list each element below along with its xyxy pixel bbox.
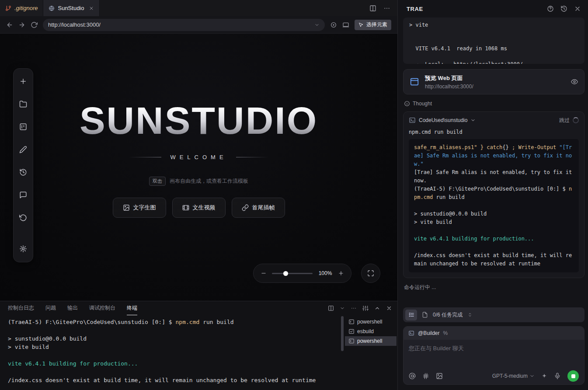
hero-section: SUNSTUDIO WELCOME 双击 画布自由生成，或查看工作流模板 文字生…	[0, 101, 397, 218]
more-icon[interactable]	[383, 5, 390, 12]
expand-tasks-icon[interactable]	[467, 312, 473, 317]
zoom-slider[interactable]	[272, 273, 313, 274]
close-panel-icon[interactable]	[386, 305, 392, 311]
frame-interpolation-button[interactable]: 首尾插帧	[232, 198, 285, 218]
session-esbuild[interactable]: esbuild	[345, 327, 397, 336]
split-terminal-icon[interactable]	[328, 305, 334, 311]
double-click-badge: 双击	[149, 177, 166, 186]
editor-tabbar: .gitignore SunStudio	[0, 0, 397, 16]
session-powershell-1[interactable]: powershell	[345, 317, 397, 327]
add-icon[interactable]	[17, 75, 29, 87]
preview-web-card[interactable]: 预览 Web 页面 http://localhost:3000/	[403, 69, 585, 94]
panel-title: TRAE	[407, 6, 423, 12]
mic-icon[interactable]	[554, 373, 561, 380]
loading-spinner	[573, 117, 579, 123]
text-to-image-button[interactable]: 文字生图	[113, 198, 166, 218]
command-status-text: 命令运行中 ...	[404, 284, 585, 291]
tab-gitignore[interactable]: .gitignore	[0, 0, 43, 16]
run-target: CodeUsed\sunstudio	[419, 117, 467, 123]
url-bar[interactable]: http://localhost:3000/	[43, 19, 325, 31]
message-input[interactable]: 您正在与 Builder 聊天	[404, 340, 584, 368]
skip-button[interactable]: 跳过	[559, 117, 570, 124]
composer-footer: GPT-5-medium	[404, 368, 584, 384]
terminal-scrollbar[interactable]	[340, 315, 345, 390]
welcome-row: WELCOME	[0, 154, 397, 160]
image-icon	[123, 204, 130, 211]
terminal-icon	[409, 117, 416, 124]
gear-icon[interactable]	[17, 243, 29, 255]
zoom-slider-thumb[interactable]	[283, 271, 288, 276]
select-element-label: 选择元素	[366, 21, 387, 28]
tabbar-actions	[362, 0, 397, 16]
maximize-panel-icon[interactable]	[374, 305, 380, 311]
eye-icon[interactable]	[571, 78, 578, 85]
terminal-output[interactable]: (TraeAI-5) F:\GiteePro\CodeUsed\sunstudi…	[0, 315, 340, 390]
split-editor-icon[interactable]	[369, 5, 376, 12]
inspect-icon[interactable]	[330, 21, 337, 28]
fullscreen-button[interactable]	[361, 264, 380, 283]
hint-text: 画布自由生成，或查看工作流模板	[170, 178, 248, 185]
chevron-down-icon[interactable]	[314, 22, 320, 28]
mention-icon[interactable]	[409, 373, 416, 380]
terminal-icon	[408, 330, 414, 336]
hash-icon[interactable]	[422, 373, 429, 380]
url-text: http://localhost:3000/	[48, 21, 101, 28]
trae-header-actions	[547, 5, 581, 12]
task-list-icon[interactable]	[405, 310, 417, 320]
web-preview-canvas[interactable]: SUNSTUDIO WELCOME 双击 画布自由生成，或查看工作流模板 文字生…	[0, 34, 397, 301]
button-label: 文字生图	[133, 204, 156, 212]
git-branch-icon	[5, 5, 11, 11]
zoom-in-icon[interactable]	[338, 270, 344, 276]
chat-scroll-area[interactable]: > vite VITE v6.4.1 ready in 1068 ms → Lo…	[398, 17, 588, 304]
forward-icon[interactable]	[18, 21, 25, 28]
task-check-icon	[348, 328, 355, 334]
run-output[interactable]: safe_rm_aliases.ps1" } catch{} ; Write-O…	[409, 139, 579, 272]
session-powershell-2[interactable]: powershell	[345, 336, 397, 346]
terminal-output-card: > vite VITE v6.4.1 ready in 1068 ms → Lo…	[403, 17, 585, 64]
app-window: .gitignore SunStudio	[0, 0, 588, 390]
sparkle-icon[interactable]	[541, 373, 547, 379]
chevron-down-icon[interactable]	[470, 118, 476, 123]
tab-terminal[interactable]: 终端	[127, 301, 137, 315]
zoom-control: 100%	[253, 264, 351, 283]
chat-history-icon[interactable]	[560, 5, 567, 12]
task-progress-label: 0/6 任务完成	[433, 311, 463, 319]
terminal-config-icon[interactable]	[362, 305, 369, 311]
device-icon[interactable]	[342, 21, 349, 28]
image-attach-icon[interactable]	[436, 373, 443, 380]
tab-console-log[interactable]: 控制台日志	[8, 301, 34, 315]
more-icon[interactable]	[351, 305, 357, 311]
tab-sunstudio[interactable]: SunStudio	[43, 0, 100, 16]
browser-icon	[410, 77, 419, 87]
text-to-video-button[interactable]: 文生视频	[172, 198, 226, 218]
back-icon[interactable]	[6, 21, 13, 28]
bottom-panel: 控制台日志 问题 输出 调试控制台 终端 (TraeAI-5) F:\Gitee…	[0, 301, 397, 390]
decorative-line	[236, 157, 268, 157]
command-run-card: CodeUsed\sunstudio 跳过 npm.cmd run build …	[403, 111, 585, 278]
help-icon[interactable]	[547, 5, 554, 12]
browser-toolbar: http://localhost:3000/ 选择元素	[0, 16, 397, 34]
refresh-icon[interactable]	[31, 21, 38, 28]
chevron-down-icon[interactable]	[340, 306, 345, 311]
thought-row[interactable]: Thought	[404, 101, 585, 107]
file-icon[interactable]	[422, 312, 428, 318]
preview-card-title: 预览 Web 页面	[425, 74, 473, 82]
hero-title: SUNSTUDIO	[0, 101, 397, 140]
cursor-icon	[358, 22, 364, 28]
task-progress-bar[interactable]: 0/6 任务完成	[403, 307, 585, 322]
scrollbar-thumb[interactable]	[341, 316, 344, 351]
session-label: esbuild	[357, 328, 374, 334]
close-tab-icon[interactable]	[89, 6, 94, 11]
agent-chip-row: @Builder %	[404, 327, 584, 340]
model-selector[interactable]: GPT-5-medium	[492, 373, 535, 379]
agent-chip[interactable]: @Builder	[418, 330, 440, 336]
stop-button[interactable]	[567, 370, 579, 382]
close-panel-icon[interactable]	[574, 5, 581, 12]
zoom-out-icon[interactable]	[261, 270, 267, 276]
select-element-button[interactable]: 选择元素	[355, 20, 391, 30]
terminal-session-list: powershell esbuild powershell	[345, 315, 397, 390]
tab-debug-console[interactable]: 调试控制台	[89, 301, 115, 315]
tab-problems[interactable]: 问题	[45, 301, 56, 315]
tab-output[interactable]: 输出	[67, 301, 78, 315]
run-card-header[interactable]: CodeUsed\sunstudio 跳过	[404, 112, 584, 129]
